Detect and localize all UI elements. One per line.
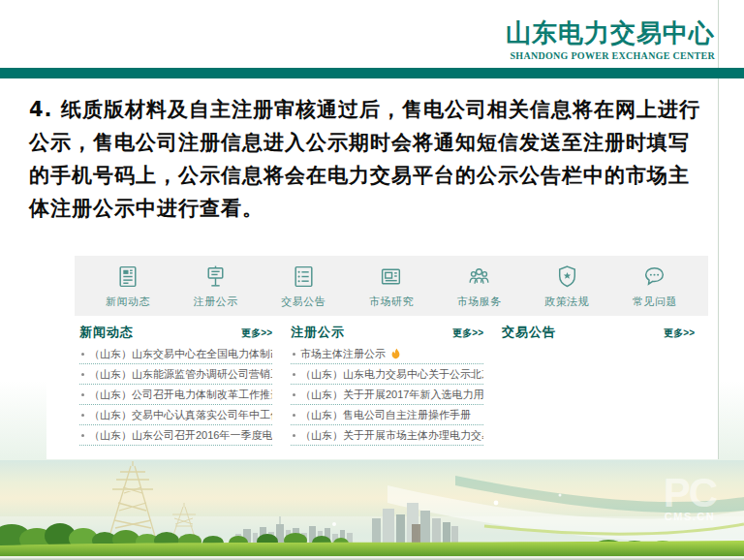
more-link[interactable]: 更多>> [664, 327, 695, 340]
nav-item-market-service[interactable]: 市场服务 [442, 264, 517, 309]
list-item[interactable]: （山东）公司召开电力体制改革工作推进会 [79, 385, 272, 405]
paragraph-line: 的手机号码上，公示信息将会在电力交易平台的公示公告栏中的市场主 [29, 159, 723, 192]
list-item[interactable]: （山东）关于开展市场主体办理电力交易平台CFCA [291, 425, 483, 446]
bullet-icon [293, 373, 295, 376]
shield-star-icon [554, 264, 580, 290]
nav-item-label: 市场服务 [457, 295, 502, 309]
bullet-icon [293, 434, 295, 437]
list-item[interactable]: （山东）关于开展2017年新入选电力用户进行电力交 [291, 385, 483, 405]
news-icon [115, 264, 141, 290]
footer-landscape-art: PC CMS.CN [0, 460, 744, 560]
list-icon [291, 264, 317, 290]
list-item[interactable]: （山东）山东电力交易中心关于公示北京电力交易中 [291, 364, 483, 385]
column-header: 交易公告 更多>> [502, 324, 695, 341]
bullet-icon [293, 393, 295, 396]
column-header: 注册公示 更多>> [291, 324, 483, 341]
flame-icon [390, 348, 401, 359]
logo-title: 山东电力交易中心 [506, 19, 715, 48]
nav-item-label: 交易公告 [281, 295, 326, 309]
nav-item-trade-notice[interactable]: 交易公告 [265, 264, 341, 309]
newspaper-icon [378, 264, 404, 290]
people-icon [466, 264, 492, 290]
header-divider-bar [0, 68, 744, 78]
bullet-icon [81, 353, 84, 356]
paragraph-line: 4. 纸质版材料及自主注册审核通过后，售电公司相关信息将在网上进行 [29, 93, 723, 126]
bullet-icon [81, 414, 84, 417]
portal-columns: 新闻动态 更多>> （山东）山东交易中心在全国电力体制改革座谈会上 （山东）山东… [75, 324, 708, 446]
watermark: PC CMS.CN [639, 472, 740, 522]
placard-icon [202, 264, 229, 290]
column-trade-notice: 交易公告 更多>> [497, 324, 708, 446]
landscape-illustration [0, 460, 744, 560]
more-link[interactable]: 更多>> [452, 327, 483, 340]
nav-item-label: 政策法规 [544, 295, 589, 309]
column-title: 注册公示 [291, 324, 345, 341]
nav-item-label: 常见问题 [633, 295, 677, 309]
list-item[interactable]: 市场主体注册公示 [291, 344, 483, 364]
nav-item-registration-notice[interactable]: 注册公示 [178, 264, 254, 309]
column-title: 交易公告 [502, 324, 556, 341]
bullet-icon [81, 373, 84, 376]
paragraph-line: 体注册公示中进行查看。 [29, 192, 723, 225]
nav-item-market-research[interactable]: 市场研究 [354, 264, 429, 309]
list-item[interactable]: （山东）山东能源监管办调研公司营销工作 [79, 364, 272, 385]
logo: 山东电力交易中心 SHANDONG POWER EXCHANGE CENTER [506, 19, 715, 61]
nav-item-label: 市场研究 [369, 295, 414, 309]
nav-item-news[interactable]: 新闻动态 [90, 264, 166, 309]
portal-screenshot: 新闻动态 注册公示 交易公告 [75, 256, 708, 446]
column-title: 新闻动态 [79, 324, 134, 341]
portal-nav-bar: 新闻动态 注册公示 交易公告 [75, 256, 708, 316]
grass-art [0, 541, 744, 560]
watermark-sub: CMS.CN [639, 511, 740, 522]
bullet-icon [81, 393, 84, 396]
nav-item-policy[interactable]: 政策法规 [529, 264, 604, 309]
body-paragraph: 4. 纸质版材料及自主注册审核通过后，售电公司相关信息将在网上进行 公示，售电公… [29, 93, 723, 225]
column-news: 新闻动态 更多>> （山东）山东交易中心在全国电力体制改革座谈会上 （山东）山东… [75, 324, 286, 446]
watermark-main: PC [639, 472, 740, 514]
bullet-icon [81, 434, 84, 437]
nav-item-faq[interactable]: 常见问题 [617, 264, 693, 309]
list-item[interactable]: （山东）山东交易中心在全国电力体制改革座谈会上 [79, 344, 272, 364]
list-item[interactable]: （山东）售电公司自主注册操作手册 [291, 405, 483, 425]
column-header: 新闻动态 更多>> [79, 324, 272, 341]
nav-item-label: 注册公示 [194, 295, 238, 309]
column-registration: 注册公示 更多>> 市场主体注册公示 （山东）山东电力交易中心关于公示北京电力交… [286, 324, 497, 446]
chat-dots-icon [641, 264, 667, 290]
bullet-icon [293, 353, 295, 356]
more-link[interactable]: 更多>> [241, 327, 272, 340]
list-item[interactable]: （山东）交易中心认真落实公司年中工作会议精神 [79, 405, 272, 425]
nav-item-label: 新闻动态 [106, 295, 150, 309]
bullet-icon [293, 414, 295, 417]
paragraph-line: 公示，售电公司注册信息进入公示期时会将通知短信发送至注册时填写 [29, 126, 723, 159]
list-item[interactable]: （山东）山东公司召开2016年一季度电力市场交易信 [79, 425, 272, 446]
logo-subtitle: SHANDONG POWER EXCHANGE CENTER [506, 50, 715, 61]
